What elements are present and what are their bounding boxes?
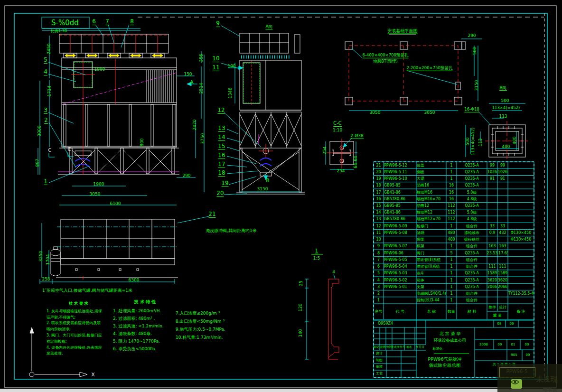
dim-3050-f1: 3050: [370, 111, 381, 115]
dim-3000: 3000: [37, 126, 42, 137]
tb-label: 更改文件号: [391, 345, 405, 348]
view-title-b: B向: [499, 86, 506, 91]
tb-label: 标记: [374, 345, 379, 348]
tb-value: 01: [511, 343, 515, 346]
dim-25: 25: [299, 280, 303, 286]
part-ref-14: 14: [218, 134, 225, 141]
dim-400v: 400: [513, 136, 517, 144]
note-holes-2: 2-200×200×750预留孔: [407, 66, 453, 71]
part-ref-16: 16: [218, 152, 225, 159]
tb-cell: 08: [497, 322, 502, 326]
dim-6300: 6300: [129, 278, 140, 282]
part-ref-6: 6: [92, 19, 96, 25]
dim-4: 4: [332, 270, 335, 274]
tb-value: 905: [511, 354, 517, 357]
part-ref-3: 3: [44, 107, 47, 114]
dim-113x4v: 113×4(=452): [471, 128, 475, 156]
tb-label: 签名: [406, 345, 412, 348]
dim-3050-f2: 3050: [424, 111, 435, 115]
product-name-2: 袋式除尘器总图: [429, 363, 461, 368]
tb-cell: 09: [510, 322, 514, 326]
dim-150: 150: [184, 72, 192, 76]
section-scale-cc: 1:10: [333, 128, 342, 132]
dim-254v: 254: [323, 146, 327, 154]
product-name-1: PPW96气箱脉冲: [428, 357, 462, 362]
tb-code: Q9S9Z4: [378, 322, 393, 326]
dim-3150-f: 3150: [475, 80, 479, 91]
note-valve: 淹没脉冲阀,其间距离约1米: [206, 229, 257, 233]
tb-label: 工艺: [376, 372, 383, 375]
part-ref-5: 5: [44, 57, 47, 64]
dim-356: 356: [199, 54, 204, 62]
dim-113x4: 113×4(=452): [492, 106, 520, 110]
part-ref-11: 11: [212, 65, 219, 71]
dim-400: 400: [502, 145, 510, 149]
dim-3050: 3050: [90, 192, 101, 196]
detail-scale: 1:5: [313, 256, 320, 261]
tb-label: 制图: [376, 359, 383, 362]
dim-3750: 3750: [201, 133, 205, 144]
dim-100: 100: [227, 64, 235, 68]
section-mark-c: C: [48, 148, 52, 153]
section-mark-c: C: [68, 147, 71, 152]
tb-value: 2008: [479, 343, 488, 346]
dim-1346: 1346: [228, 88, 233, 99]
dim-290: 290: [182, 174, 190, 178]
part-ref-2: 2: [44, 117, 48, 124]
part-ref-18: 18: [218, 170, 225, 177]
tb-label: 年月日: [416, 345, 424, 348]
note-air-inlet: 1″压缩空气入口,接储气罐,阀与储气罐距离≈1米: [42, 289, 132, 293]
dim-140: 140: [299, 329, 303, 337]
dim-64b: 64: [354, 163, 358, 168]
detail-number: 1: [315, 248, 318, 254]
tb-value: 09: [526, 354, 530, 357]
tb-label: 设计: [376, 352, 383, 355]
part-ref-20: 20: [216, 190, 224, 197]
part-ref-4: 4: [44, 69, 47, 75]
sheet-scale: 比例1:30: [51, 29, 67, 33]
part-ref-17: 17: [218, 161, 225, 168]
tb-value: 09: [498, 343, 502, 346]
part-ref-21: 21: [208, 211, 215, 218]
dim-1900-door: 1900: [94, 67, 105, 72]
cad-drawing-sheet: 技 术 要 求 1. 灰斗与螺旋输送机连接处,须保 证严密,不得漏气;2. 喷吹…: [0, 0, 562, 392]
part-ref-8: 8: [130, 19, 134, 25]
tb-label: 标准化: [433, 347, 443, 351]
nvidia-eye-icon[interactable]: [511, 379, 522, 389]
view-arrow-a: A: [190, 80, 194, 85]
dim-258: 258: [42, 277, 50, 281]
part-ref-15: 15: [218, 143, 225, 150]
part-ref-9: 9: [216, 20, 220, 27]
part-ref-1: 1: [44, 178, 47, 185]
dim-800: 800: [140, 138, 144, 146]
dim-2514: 2514: [199, 83, 204, 94]
section-title-cc: C-C: [333, 121, 342, 127]
dim-113: 113: [499, 114, 507, 119]
dim-2450: 2450: [47, 44, 51, 55]
dim-254: 254: [337, 169, 345, 173]
dim-3150-side: 3150: [257, 187, 268, 191]
dim-6100: 6100: [110, 202, 121, 206]
company-line1: 北 京 清 华: [440, 332, 461, 336]
part-ref-7: 7: [105, 19, 109, 25]
sheet-title: S-%0dd: [51, 19, 79, 27]
part-ref-19: 19: [221, 180, 228, 187]
dim-1714: 1714: [47, 86, 52, 97]
view-arrow-b: B: [266, 178, 270, 183]
part-ref-10: 10: [212, 56, 219, 62]
dim-16d18: 16-Φ18: [464, 107, 479, 112]
company-line2: 环保设备成套公司: [434, 338, 466, 343]
part-ref-13: 13: [218, 125, 225, 132]
dim-3250: 3250: [39, 251, 43, 262]
view-title-a: A向: [265, 25, 272, 30]
dim-500v: 500: [466, 137, 470, 145]
dim-113v: 113: [478, 138, 483, 146]
dim-290-f: 290: [468, 34, 476, 38]
tb-label: 处数: [380, 345, 386, 348]
foundation-title: 安装基础平面图: [388, 29, 418, 34]
dim-897: 897: [36, 159, 40, 167]
tb-label: 审核: [376, 365, 383, 369]
dim-2d38: 2-Ø38: [350, 134, 364, 139]
dim-560: 560: [473, 47, 477, 55]
part-ref-12: 12: [217, 107, 225, 114]
